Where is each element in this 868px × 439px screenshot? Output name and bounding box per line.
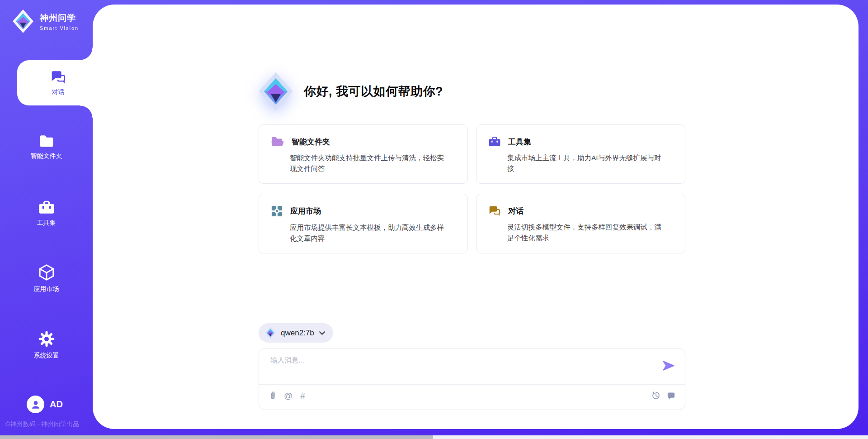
- send-arrow-icon: [663, 361, 675, 371]
- composer-divider: [259, 384, 685, 385]
- card-title: 智能文件夹: [292, 137, 330, 147]
- send-button[interactable]: [663, 361, 675, 371]
- sidebar-item-app-market[interactable]: 应用市场: [0, 259, 93, 297]
- greeting-title: 你好, 我可以如何帮助你?: [304, 83, 443, 100]
- grid-icon: [271, 205, 283, 217]
- model-selector[interactable]: qwen2:7b: [259, 323, 333, 343]
- brand-logo: 神州问学 Smart Vision: [12, 9, 79, 33]
- feature-cards: 智能文件夹 智能文件夹功能支持批量文件上传与清洗，轻松实现文件问答 工具集 集成…: [259, 124, 685, 253]
- sidebar-item-label: 智能文件夹: [31, 152, 62, 160]
- folder-open-icon: [271, 136, 284, 148]
- sidebar-item-smart-folder[interactable]: 智能文件夹: [0, 128, 93, 166]
- card-title: 应用市场: [290, 206, 321, 216]
- card-smart-folder[interactable]: 智能文件夹 智能文件夹功能支持批量文件上传与清洗，轻松实现文件问答: [259, 124, 468, 184]
- at-icon[interactable]: @: [284, 391, 292, 400]
- toolbox-icon: [488, 136, 501, 148]
- user-initials: AD: [50, 399, 63, 410]
- paperclip-icon[interactable]: [269, 391, 276, 401]
- composer-right-tools: [651, 391, 675, 400]
- sidebar-item-chat[interactable]: 对话: [17, 60, 99, 105]
- toolbox-icon: [38, 200, 55, 215]
- model-name: qwen2:7b: [281, 329, 314, 338]
- message-composer: @ #: [259, 348, 685, 410]
- card-title: 对话: [508, 206, 524, 216]
- message-input[interactable]: [270, 356, 650, 381]
- gear-icon: [38, 330, 55, 348]
- app-window: 神州问学 Smart Vision 对话 智能文件夹 工具集 应: [0, 0, 868, 439]
- chat-bubbles-icon: [488, 205, 501, 217]
- chevron-down-icon: [319, 331, 325, 335]
- cube-icon: [38, 264, 55, 281]
- user-profile[interactable]: AD: [27, 396, 63, 413]
- sidebar-item-label: 对话: [52, 88, 65, 96]
- card-description: 灵活切换多模型文件，支持多样回复效果调试，满足个性化需求: [507, 222, 664, 243]
- card-title: 工具集: [508, 137, 531, 147]
- history-icon[interactable]: [651, 391, 660, 400]
- copyright-text: ©神州数码 · 神州问学出品: [5, 420, 79, 429]
- sidebar-item-settings[interactable]: 系统设置: [0, 326, 93, 364]
- sidebar-item-label: 工具集: [37, 219, 56, 227]
- card-chat[interactable]: 对话 灵活切换多模型文件，支持多样回复效果调试，满足个性化需求: [476, 194, 685, 253]
- card-description: 集成市场上主流工具，助力AI与外界无缝扩展与对接: [507, 153, 664, 174]
- card-description: 智能文件夹功能支持批量文件上传与清洗，轻松实现文件问答: [290, 153, 446, 174]
- folder-icon: [38, 134, 55, 148]
- composer-left-tools: @ #: [269, 391, 305, 401]
- sidebar-item-toolset[interactable]: 工具集: [0, 195, 93, 233]
- diamond-logo-icon: [12, 9, 34, 33]
- card-app-market[interactable]: 应用市场 应用市场提供丰富长文本模板，助力高效生成多样化文章内容: [259, 194, 468, 253]
- chat-bubble-icon[interactable]: [667, 391, 675, 400]
- avatar: [27, 396, 44, 413]
- sidebar-item-label: 系统设置: [34, 352, 59, 360]
- person-icon: [30, 399, 41, 410]
- sidebar-item-label: 应用市场: [34, 285, 59, 293]
- horizontal-scrollbar[interactable]: [0, 435, 868, 439]
- greeting-block: 你好, 我可以如何帮助你?: [258, 72, 443, 111]
- card-description: 应用市场提供丰富长文本模板，助力高效生成多样化文章内容: [290, 222, 446, 244]
- hash-icon[interactable]: #: [300, 391, 305, 400]
- card-toolset[interactable]: 工具集 集成市场上主流工具，助力AI与外界无缝扩展与对接: [476, 124, 685, 184]
- diamond-logo-icon: [265, 327, 276, 339]
- brand-subtitle: Smart Vision: [40, 25, 79, 31]
- brand-name: 神州问学: [40, 12, 79, 24]
- scrollbar-thumb[interactable]: [0, 435, 433, 439]
- diamond-logo-icon: [258, 72, 294, 111]
- chat-bubbles-icon: [50, 70, 66, 85]
